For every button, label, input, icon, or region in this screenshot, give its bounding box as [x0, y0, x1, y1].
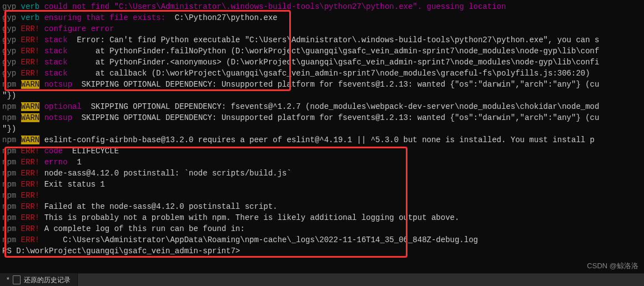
terminal-line: gyp ERR! stack at PythonFinder.failNoPyt…: [2, 46, 642, 57]
modified-indicator: *: [7, 274, 9, 285]
terminal-line: gyp ERR! configure error: [2, 23, 642, 34]
terminal-line: npm ERR! node-sass@4.12.0 postinstall: `…: [2, 168, 642, 179]
terminal-line: gyp ERR! stack at callback (D:\workProje…: [2, 68, 642, 79]
terminal-line: gyp verb could not find "C:\Users\Admini…: [2, 1, 642, 12]
terminal-line: npm WARN notsup SKIPPING OPTIONAL DEPEND…: [2, 79, 642, 90]
terminal-line: gyp ERR! stack at PythonFinder.<anonymou…: [2, 57, 642, 68]
terminal-line: npm ERR! code ELIFECYCLE: [2, 145, 642, 157]
terminal-line: npm ERR! Exit status 1: [2, 179, 642, 190]
terminal-output: gyp verb could not find "C:\Users\Admini…: [0, 0, 644, 258]
terminal-line: gyp verb ensuring that file exists: C:\P…: [2, 12, 642, 23]
terminal-line: npm WARN eslint-config-airbnb-base@13.2.…: [2, 134, 642, 145]
watermark: CSDN @鲸洛洛: [587, 260, 638, 272]
terminal-line: "}): [2, 123, 642, 134]
terminal-line: npm ERR! errno 1: [2, 157, 642, 168]
terminal-line: npm WARN optional SKIPPING OPTIONAL DEPE…: [2, 101, 642, 112]
terminal-line: "}): [2, 90, 642, 101]
terminal-line: gyp ERR! stack Error: Can't find Python …: [2, 34, 642, 46]
terminal-line: npm ERR! This is probably not a problem …: [2, 212, 642, 223]
tab-label: 还原的历史记录: [24, 274, 71, 285]
terminal-prompt[interactable]: PS D:\workProject\guangqi\gsafc_vein_adm…: [2, 245, 642, 257]
terminal-line: npm ERR! Failed at the node-sass@4.12.0 …: [2, 201, 642, 212]
tab-bar: * 还原的历史记录: [0, 273, 644, 286]
tab-history[interactable]: * 还原的历史记录: [0, 274, 78, 286]
document-icon: [13, 275, 21, 284]
terminal-line: npm WARN notsup SKIPPING OPTIONAL DEPEND…: [2, 112, 642, 123]
terminal-line: npm ERR!: [2, 190, 642, 201]
terminal-line: npm ERR! C:\Users\Administrator\AppData\…: [2, 234, 642, 245]
terminal-line: npm ERR! A complete log of this run can …: [2, 223, 642, 234]
